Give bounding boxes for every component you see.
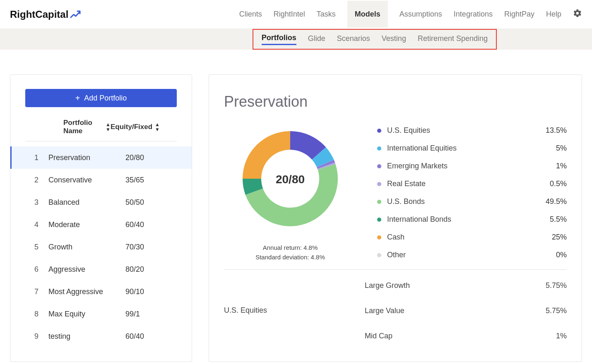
topnav-item-tasks[interactable]: Tasks <box>317 1 336 28</box>
topnav-item-clients[interactable]: Clients <box>239 1 262 28</box>
portfolio-row[interactable]: 6Aggressive80/20 <box>10 258 192 280</box>
subnav-item-scenarios[interactable]: Scenarios <box>337 34 370 45</box>
row-name: Balanced <box>48 198 125 207</box>
subcategory-section: U.S. Equities Large Growth5.75%Large Val… <box>224 277 567 340</box>
legend-row: Emerging Markets1% <box>377 162 567 170</box>
subcat-value: 5.75% <box>546 307 567 315</box>
row-index: 4 <box>34 220 48 229</box>
portfolio-row[interactable]: 4Moderate60/40 <box>10 213 192 236</box>
legend-row: U.S. Bonds49.5% <box>377 197 567 206</box>
legend-value: 0.5% <box>550 180 567 188</box>
row-index: 5 <box>34 243 48 251</box>
row-name: Growth <box>48 243 125 251</box>
subcat-value: 5.75% <box>546 281 567 290</box>
portfolio-row[interactable]: 3Balanced50/50 <box>10 191 192 213</box>
content-area: + Add Portfolio Portfolio Name ▲▼ Equity… <box>0 50 592 364</box>
legend-value: 13.5% <box>546 126 567 135</box>
sort-icon[interactable]: ▲▼ <box>106 122 111 132</box>
legend-dot <box>377 164 381 168</box>
row-ratio: 99/1 <box>125 310 175 318</box>
sort-icon[interactable]: ▲▼ <box>155 122 160 132</box>
subnav-item-portfolios[interactable]: Portfolios <box>262 34 296 45</box>
legend-row: International Equities5% <box>377 144 567 153</box>
legend-name: International Equities <box>387 144 556 153</box>
col-ratio-header[interactable]: Equity/Fixed <box>111 123 152 131</box>
legend-dot <box>377 218 381 222</box>
plus-icon: + <box>75 94 80 102</box>
subcat-row: Mid Cap1% <box>365 332 567 340</box>
legend-value: 25% <box>552 233 567 242</box>
row-ratio: 35/65 <box>125 176 175 184</box>
legend-dot <box>377 182 381 186</box>
portfolio-row[interactable]: 7Most Aggressive90/10 <box>10 280 192 303</box>
allocation-legend: U.S. Equities13.5%International Equities… <box>377 126 567 262</box>
topbar: RightCapital ClientsRightIntelTasksModel… <box>0 0 592 29</box>
legend-row: Other0% <box>377 251 567 259</box>
legend-name: Cash <box>387 233 552 242</box>
legend-dot <box>377 129 381 133</box>
subnav-item-glide[interactable]: Glide <box>308 34 325 45</box>
row-index: 7 <box>34 287 48 296</box>
legend-name: Other <box>387 251 556 259</box>
legend-name: Real Estate <box>387 180 550 188</box>
subcat-name: Large Value <box>365 307 546 315</box>
std-dev-text: Standard deviation: 4.8% <box>255 253 325 262</box>
topnav-item-assumptions[interactable]: Assumptions <box>399 1 442 28</box>
legend-dot <box>377 200 381 204</box>
annual-return-text: Annual return: 4.8% <box>255 243 325 253</box>
topnav-item-models[interactable]: Models <box>347 1 388 28</box>
portfolio-row[interactable]: 5Growth70/30 <box>10 236 192 258</box>
row-index: 8 <box>34 310 48 318</box>
row-ratio: 60/40 <box>125 332 175 341</box>
row-ratio: 80/20 <box>125 265 175 274</box>
row-ratio: 60/40 <box>125 220 175 229</box>
donut-center-label: 20/80 <box>276 173 305 186</box>
brand-arrow-icon <box>70 10 81 19</box>
row-name: Max Equity <box>48 310 125 318</box>
legend-name: Emerging Markets <box>387 162 556 170</box>
legend-row: Cash25% <box>377 233 567 242</box>
row-index: 1 <box>34 153 48 162</box>
add-portfolio-label: Add Portfolio <box>84 94 127 103</box>
legend-dot <box>377 146 381 151</box>
brand-logo[interactable]: RightCapital <box>10 9 81 20</box>
allocation-row: 20/80 Annual return: 4.8% Standard devia… <box>224 123 567 270</box>
subnav-item-retirement-spending[interactable]: Retirement Spending <box>418 34 488 45</box>
subcat-name: Large Growth <box>365 281 546 290</box>
col-name-header[interactable]: Portfolio Name <box>63 119 103 135</box>
row-ratio: 70/30 <box>125 243 175 251</box>
portfolio-rows: 1Preservation20/802Conservative35/653Bal… <box>10 146 192 347</box>
legend-value: 5.5% <box>550 215 567 224</box>
row-name: Preservation <box>48 153 125 162</box>
row-index: 3 <box>34 198 48 207</box>
row-ratio: 20/80 <box>125 153 175 162</box>
subnav-item-vesting[interactable]: Vesting <box>382 34 406 45</box>
legend-value: 0% <box>556 251 567 259</box>
portfolio-list-panel: + Add Portfolio Portfolio Name ▲▼ Equity… <box>10 74 192 362</box>
row-name: Most Aggressive <box>48 287 125 296</box>
donut-slice <box>243 131 290 179</box>
legend-value: 1% <box>556 162 567 170</box>
topnav: ClientsRightIntelTasksModelsAssumptionsI… <box>239 1 582 28</box>
subcategory-title: U.S. Equities <box>224 277 348 340</box>
topnav-item-integrations[interactable]: Integrations <box>454 1 493 28</box>
row-ratio: 50/50 <box>125 198 175 207</box>
portfolio-row[interactable]: 9testing60/40 <box>10 325 192 347</box>
add-portfolio-button[interactable]: + Add Portfolio <box>25 89 177 107</box>
gear-icon[interactable] <box>573 9 582 20</box>
portfolio-row[interactable]: 2Conservative35/65 <box>10 169 192 191</box>
portfolio-row[interactable]: 1Preservation20/80 <box>10 146 192 169</box>
subcat-row: Large Value5.75% <box>365 307 567 315</box>
portfolio-row[interactable]: 8Max Equity99/1 <box>10 303 192 325</box>
row-index: 9 <box>34 332 48 341</box>
legend-row: U.S. Equities13.5% <box>377 126 567 135</box>
row-index: 6 <box>34 265 48 274</box>
legend-dot <box>377 253 381 257</box>
topnav-item-rightintel[interactable]: RightIntel <box>274 1 305 28</box>
row-name: Aggressive <box>48 265 125 274</box>
topnav-item-rightpay[interactable]: RightPay <box>504 1 534 28</box>
legend-name: U.S. Bonds <box>387 197 546 206</box>
subcategory-list: Large Growth5.75%Large Value5.75%Mid Cap… <box>365 281 567 340</box>
topnav-item-help[interactable]: Help <box>546 1 561 28</box>
legend-row: International Bonds5.5% <box>377 215 567 224</box>
